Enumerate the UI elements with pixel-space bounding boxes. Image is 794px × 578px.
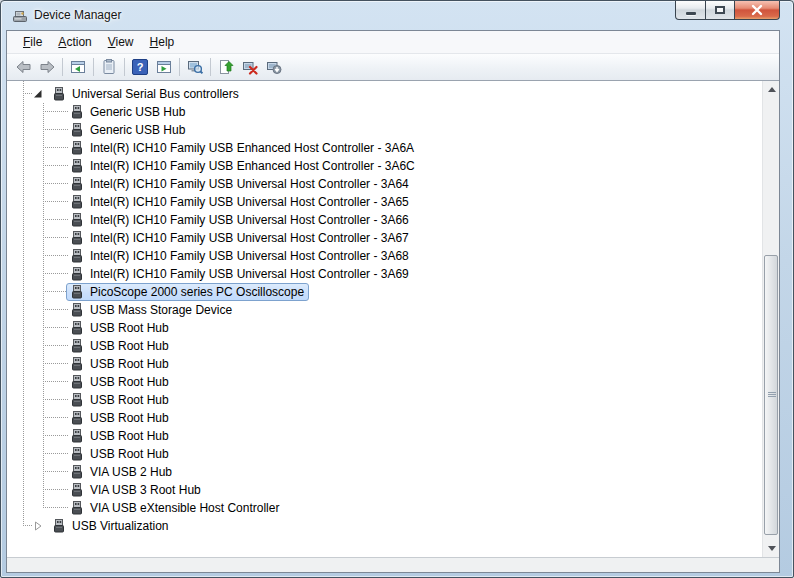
- tree-item[interactable]: Intel(R) ICH10 Family USB Universal Host…: [7, 175, 762, 193]
- usb-device-icon: [69, 302, 85, 318]
- show-action-pane-button[interactable]: [152, 56, 176, 78]
- tree-item[interactable]: VIA USB eXtensible Host Controller: [7, 499, 762, 517]
- vertical-scrollbar[interactable]: [762, 81, 779, 557]
- tree-item-label: USB Root Hub: [90, 447, 169, 461]
- scroll-down-button[interactable]: [763, 540, 779, 557]
- tree-item[interactable]: USB Root Hub: [7, 373, 762, 391]
- scan-hardware-changes-button[interactable]: [183, 56, 207, 78]
- properties-button[interactable]: [97, 56, 121, 78]
- action-pane-icon: [156, 59, 172, 75]
- tree-item[interactable]: Intel(R) ICH10 Family USB Enhanced Host …: [7, 157, 762, 175]
- usb-device-icon: [69, 122, 85, 138]
- tree-item[interactable]: USB Root Hub: [7, 319, 762, 337]
- tree-item-label: Intel(R) ICH10 Family USB Universal Host…: [90, 177, 409, 191]
- usb-device-icon: [69, 500, 85, 516]
- tree-item[interactable]: USB Mass Storage Device: [7, 301, 762, 319]
- status-bar: [7, 557, 779, 572]
- scrollbar-grip-icon: [768, 392, 776, 393]
- uninstall-icon: [242, 59, 258, 75]
- tree-item[interactable]: Intel(R) ICH10 Family USB Universal Host…: [7, 229, 762, 247]
- show-console-tree-button[interactable]: [66, 56, 90, 78]
- tree-item[interactable]: USB Root Hub: [7, 409, 762, 427]
- tree-item-label: USB Root Hub: [90, 375, 169, 389]
- maximize-icon: [715, 6, 725, 14]
- scroll-up-button[interactable]: [763, 81, 779, 98]
- toolbar-separator: [124, 58, 125, 76]
- tree-connector: [43, 399, 68, 400]
- maximize-button[interactable]: [706, 1, 735, 20]
- menu-item-view[interactable]: View: [100, 32, 142, 52]
- usb-device-icon: [69, 392, 85, 408]
- tree-item[interactable]: USB Root Hub: [7, 445, 762, 463]
- tree-root-connector: [23, 81, 24, 526]
- tree-item[interactable]: Generic USB Hub: [7, 103, 762, 121]
- collapse-expander-icon[interactable]: [33, 89, 43, 99]
- menu-item-action[interactable]: Action: [50, 32, 99, 52]
- disable-button[interactable]: [262, 56, 286, 78]
- usb-device-icon: [69, 482, 85, 498]
- tree-connector: [43, 201, 68, 202]
- toolbar-separator: [93, 58, 94, 76]
- menu-item-help[interactable]: Help: [142, 32, 183, 52]
- tree-item[interactable]: USB Virtualization: [7, 517, 762, 535]
- tree-item-label: Intel(R) ICH10 Family USB Universal Host…: [90, 231, 409, 245]
- close-button[interactable]: [735, 1, 780, 20]
- scroll-up-icon: [768, 87, 776, 92]
- tree-item-label: Intel(R) ICH10 Family USB Universal Host…: [90, 249, 409, 263]
- help-button[interactable]: ?: [128, 56, 152, 78]
- tree-connector: [43, 309, 68, 310]
- tree-item[interactable]: Intel(R) ICH10 Family USB Universal Host…: [7, 193, 762, 211]
- usb-device-icon: [69, 446, 85, 462]
- forward-button[interactable]: [35, 56, 59, 78]
- caption-buttons: [675, 1, 780, 20]
- tree-item-label: Generic USB Hub: [90, 105, 185, 119]
- usb-device-icon: [69, 338, 85, 354]
- tree-item[interactable]: Intel(R) ICH10 Family USB Enhanced Host …: [7, 139, 762, 157]
- usb-device-icon: [69, 428, 85, 444]
- uninstall-button[interactable]: [238, 56, 262, 78]
- tree-item[interactable]: Intel(R) ICH10 Family USB Universal Host…: [7, 247, 762, 265]
- tree-item-label: USB Virtualization: [72, 519, 169, 533]
- tree-item[interactable]: Generic USB Hub: [7, 121, 762, 139]
- tree-item[interactable]: VIA USB 3 Root Hub: [7, 481, 762, 499]
- usb-device-icon: [69, 176, 85, 192]
- tree-item-label: VIA USB 2 Hub: [90, 465, 172, 479]
- usb-device-icon: [69, 464, 85, 480]
- forward-arrow-icon: [39, 59, 56, 75]
- menu-bar: FileActionViewHelp: [7, 31, 779, 54]
- tree-connector: [43, 435, 68, 436]
- tree-connector: [43, 291, 68, 292]
- scrollbar-thumb[interactable]: [764, 255, 778, 535]
- tree-item-label: USB Mass Storage Device: [90, 303, 232, 317]
- tree-item[interactable]: USB Root Hub: [7, 355, 762, 373]
- usb-device-icon: [69, 356, 85, 372]
- toolbar-separator: [179, 58, 180, 76]
- menu-item-file[interactable]: File: [15, 32, 50, 52]
- help-icon: ?: [132, 59, 148, 75]
- minimize-button[interactable]: [675, 1, 706, 20]
- title-bar[interactable]: Device Manager: [1, 1, 793, 30]
- tree-connector: [43, 507, 68, 508]
- device-manager-window: Device Manager FileActionViewHelp: [0, 0, 794, 578]
- tree-item[interactable]: USB Root Hub: [7, 427, 762, 445]
- tree-item[interactable]: PicoScope 2000 series PC Oscilloscope: [7, 283, 762, 301]
- tree-item[interactable]: Intel(R) ICH10 Family USB Universal Host…: [7, 265, 762, 283]
- console-tree-icon: [70, 59, 86, 75]
- back-button[interactable]: [11, 56, 35, 78]
- properties-icon: [101, 59, 117, 75]
- tree-item-label: USB Root Hub: [90, 393, 169, 407]
- device-tree-area: Universal Serial Bus controllersGeneric …: [7, 81, 779, 557]
- tree-item[interactable]: USB Root Hub: [7, 337, 762, 355]
- tree-item-label: Intel(R) ICH10 Family USB Universal Host…: [90, 213, 409, 227]
- tree-item[interactable]: Intel(R) ICH10 Family USB Universal Host…: [7, 211, 762, 229]
- tree-item[interactable]: Universal Serial Bus controllers: [7, 85, 762, 103]
- window-title: Device Manager: [34, 8, 121, 22]
- tree-item-label: USB Root Hub: [90, 411, 169, 425]
- tree-item[interactable]: USB Root Hub: [7, 391, 762, 409]
- expand-expander-icon[interactable]: [33, 521, 43, 531]
- tree-connector: [43, 489, 68, 490]
- tree-item-label: VIA USB eXtensible Host Controller: [90, 501, 279, 515]
- update-driver-button[interactable]: [214, 56, 238, 78]
- tree-item[interactable]: VIA USB 2 Hub: [7, 463, 762, 481]
- tree-item-label: USB Root Hub: [90, 339, 169, 353]
